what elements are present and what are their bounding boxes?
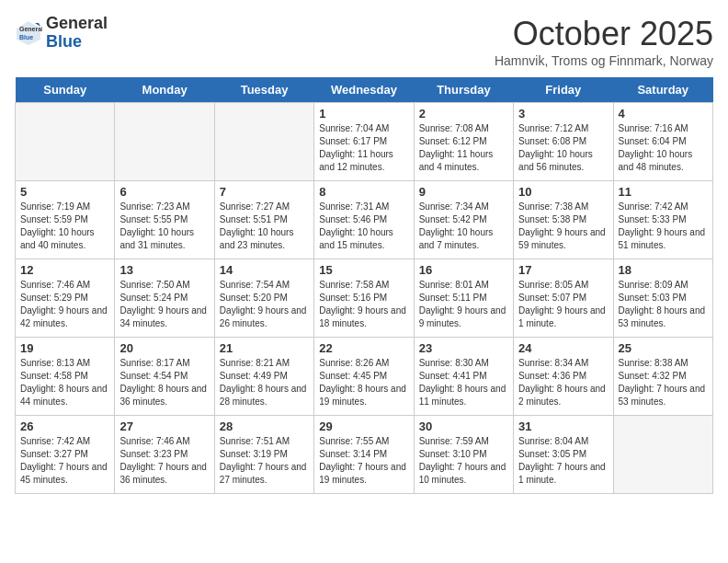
- day-number: 5: [20, 185, 109, 199]
- day-info: Sunrise: 8:26 AMSunset: 4:45 PMDaylight:…: [319, 357, 408, 408]
- calendar-cell: 14Sunrise: 7:54 AMSunset: 5:20 PMDayligh…: [214, 259, 313, 338]
- svg-marker-0: [17, 21, 40, 45]
- calendar-cell: 1Sunrise: 7:04 AMSunset: 6:17 PMDaylight…: [314, 103, 414, 181]
- day-number: 11: [619, 185, 708, 199]
- day-number: 9: [419, 185, 508, 199]
- day-number: 2: [419, 107, 508, 121]
- day-info: Sunrise: 7:38 AMSunset: 5:38 PMDaylight:…: [518, 201, 608, 252]
- title-block: October 2025 Hamnvik, Troms og Finnmark,…: [495, 15, 713, 68]
- day-info: Sunrise: 7:54 AMSunset: 5:20 PMDaylight:…: [220, 279, 309, 330]
- day-info: Sunrise: 8:13 AMSunset: 4:58 PMDaylight:…: [20, 357, 109, 408]
- calendar-cell: 30Sunrise: 7:59 AMSunset: 3:10 PMDayligh…: [414, 416, 513, 494]
- location-subtitle: Hamnvik, Troms og Finnmark, Norway: [495, 53, 713, 68]
- day-number: 27: [119, 419, 209, 433]
- calendar-cell: 20Sunrise: 8:17 AMSunset: 4:54 PMDayligh…: [115, 338, 214, 416]
- day-number: 1: [319, 107, 408, 121]
- weekday-header-thursday: Thursday: [414, 77, 513, 103]
- calendar-cell: 2Sunrise: 7:08 AMSunset: 6:12 PMDaylight…: [414, 103, 513, 181]
- day-number: 31: [518, 419, 608, 433]
- day-info: Sunrise: 7:46 AMSunset: 5:29 PMDaylight:…: [20, 279, 109, 330]
- day-number: 29: [319, 419, 408, 433]
- day-number: 25: [619, 341, 708, 355]
- day-number: 10: [518, 185, 608, 199]
- day-number: 18: [619, 263, 708, 277]
- day-number: 17: [518, 263, 608, 277]
- day-info: Sunrise: 7:19 AMSunset: 5:59 PMDaylight:…: [20, 201, 109, 252]
- calendar-cell: 12Sunrise: 7:46 AMSunset: 5:29 PMDayligh…: [16, 259, 115, 338]
- logo-blue: Blue: [46, 32, 82, 51]
- calendar-cell: 29Sunrise: 7:55 AMSunset: 3:14 PMDayligh…: [314, 416, 414, 494]
- day-info: Sunrise: 8:17 AMSunset: 4:54 PMDaylight:…: [119, 357, 209, 408]
- weekday-header-saturday: Saturday: [613, 77, 712, 103]
- weekday-header-row: SundayMondayTuesdayWednesdayThursdayFrid…: [16, 77, 713, 103]
- day-info: Sunrise: 8:34 AMSunset: 4:36 PMDaylight:…: [518, 357, 608, 408]
- calendar-week-1: 1Sunrise: 7:04 AMSunset: 6:17 PMDaylight…: [16, 103, 713, 181]
- calendar-cell: [115, 103, 214, 181]
- weekday-header-wednesday: Wednesday: [314, 77, 414, 103]
- logo: General Blue General Blue: [15, 15, 108, 52]
- day-number: 26: [20, 419, 109, 433]
- day-number: 30: [419, 419, 508, 433]
- calendar-cell: 8Sunrise: 7:31 AMSunset: 5:46 PMDaylight…: [314, 181, 414, 259]
- calendar-cell: 21Sunrise: 8:21 AMSunset: 4:49 PMDayligh…: [214, 338, 313, 416]
- day-info: Sunrise: 7:42 AMSunset: 5:33 PMDaylight:…: [619, 201, 708, 252]
- day-number: 8: [319, 185, 408, 199]
- day-number: 19: [20, 341, 109, 355]
- calendar-cell: 27Sunrise: 7:46 AMSunset: 3:23 PMDayligh…: [115, 416, 214, 494]
- day-info: Sunrise: 7:16 AMSunset: 6:04 PMDaylight:…: [619, 122, 708, 174]
- day-info: Sunrise: 8:21 AMSunset: 4:49 PMDaylight:…: [220, 357, 309, 408]
- svg-text:General: General: [19, 26, 42, 32]
- day-number: 22: [319, 341, 408, 355]
- weekday-header-monday: Monday: [115, 77, 214, 103]
- weekday-header-tuesday: Tuesday: [214, 77, 313, 103]
- day-info: Sunrise: 7:08 AMSunset: 6:12 PMDaylight:…: [419, 122, 508, 174]
- calendar-cell: 4Sunrise: 7:16 AMSunset: 6:04 PMDaylight…: [613, 103, 712, 181]
- day-number: 3: [518, 107, 608, 121]
- calendar-week-4: 19Sunrise: 8:13 AMSunset: 4:58 PMDayligh…: [16, 338, 713, 416]
- day-info: Sunrise: 8:04 AMSunset: 3:05 PMDaylight:…: [518, 435, 608, 487]
- weekday-header-friday: Friday: [514, 77, 613, 103]
- day-info: Sunrise: 7:34 AMSunset: 5:42 PMDaylight:…: [419, 201, 508, 252]
- calendar-cell: 16Sunrise: 8:01 AMSunset: 5:11 PMDayligh…: [414, 259, 513, 338]
- day-info: Sunrise: 7:59 AMSunset: 3:10 PMDaylight:…: [419, 435, 508, 487]
- day-info: Sunrise: 8:09 AMSunset: 5:03 PMDaylight:…: [619, 279, 708, 330]
- day-info: Sunrise: 7:58 AMSunset: 5:16 PMDaylight:…: [319, 279, 408, 330]
- day-info: Sunrise: 7:27 AMSunset: 5:51 PMDaylight:…: [220, 201, 309, 252]
- calendar-cell: 13Sunrise: 7:50 AMSunset: 5:24 PMDayligh…: [115, 259, 214, 338]
- logo-text: General Blue: [46, 15, 108, 52]
- day-number: 4: [619, 107, 708, 121]
- calendar-cell: 11Sunrise: 7:42 AMSunset: 5:33 PMDayligh…: [613, 181, 712, 259]
- calendar-cell: 3Sunrise: 7:12 AMSunset: 6:08 PMDaylight…: [514, 103, 613, 181]
- day-number: 28: [220, 419, 309, 433]
- page-header: General Blue General Blue October 2025 H…: [15, 15, 713, 68]
- calendar-cell: 26Sunrise: 7:42 AMSunset: 3:27 PMDayligh…: [16, 416, 115, 494]
- logo-icon: General Blue: [15, 19, 42, 47]
- calendar-cell: 7Sunrise: 7:27 AMSunset: 5:51 PMDaylight…: [214, 181, 313, 259]
- calendar-week-3: 12Sunrise: 7:46 AMSunset: 5:29 PMDayligh…: [16, 259, 713, 338]
- day-number: 6: [119, 185, 209, 199]
- day-info: Sunrise: 7:50 AMSunset: 5:24 PMDaylight:…: [119, 279, 209, 330]
- month-title: October 2025: [495, 15, 713, 53]
- calendar-cell: 31Sunrise: 8:04 AMSunset: 3:05 PMDayligh…: [514, 416, 613, 494]
- calendar-cell: 10Sunrise: 7:38 AMSunset: 5:38 PMDayligh…: [514, 181, 613, 259]
- calendar-cell: [613, 416, 712, 494]
- day-number: 24: [518, 341, 608, 355]
- calendar-cell: 28Sunrise: 7:51 AMSunset: 3:19 PMDayligh…: [214, 416, 313, 494]
- calendar-cell: 24Sunrise: 8:34 AMSunset: 4:36 PMDayligh…: [514, 338, 613, 416]
- day-number: 15: [319, 263, 408, 277]
- calendar-table: SundayMondayTuesdayWednesdayThursdayFrid…: [15, 77, 713, 494]
- day-info: Sunrise: 8:05 AMSunset: 5:07 PMDaylight:…: [518, 279, 608, 330]
- day-info: Sunrise: 7:04 AMSunset: 6:17 PMDaylight:…: [319, 122, 408, 174]
- day-info: Sunrise: 7:23 AMSunset: 5:55 PMDaylight:…: [119, 201, 209, 252]
- calendar-cell: 17Sunrise: 8:05 AMSunset: 5:07 PMDayligh…: [514, 259, 613, 338]
- calendar-cell: 23Sunrise: 8:30 AMSunset: 4:41 PMDayligh…: [414, 338, 513, 416]
- day-info: Sunrise: 7:51 AMSunset: 3:19 PMDaylight:…: [220, 435, 309, 487]
- calendar-cell: [16, 103, 115, 181]
- day-info: Sunrise: 7:55 AMSunset: 3:14 PMDaylight:…: [319, 435, 408, 487]
- day-info: Sunrise: 7:42 AMSunset: 3:27 PMDaylight:…: [20, 435, 109, 487]
- day-info: Sunrise: 7:12 AMSunset: 6:08 PMDaylight:…: [518, 122, 608, 174]
- calendar-cell: [214, 103, 313, 181]
- calendar-cell: 6Sunrise: 7:23 AMSunset: 5:55 PMDaylight…: [115, 181, 214, 259]
- calendar-cell: 9Sunrise: 7:34 AMSunset: 5:42 PMDaylight…: [414, 181, 513, 259]
- calendar-cell: 19Sunrise: 8:13 AMSunset: 4:58 PMDayligh…: [16, 338, 115, 416]
